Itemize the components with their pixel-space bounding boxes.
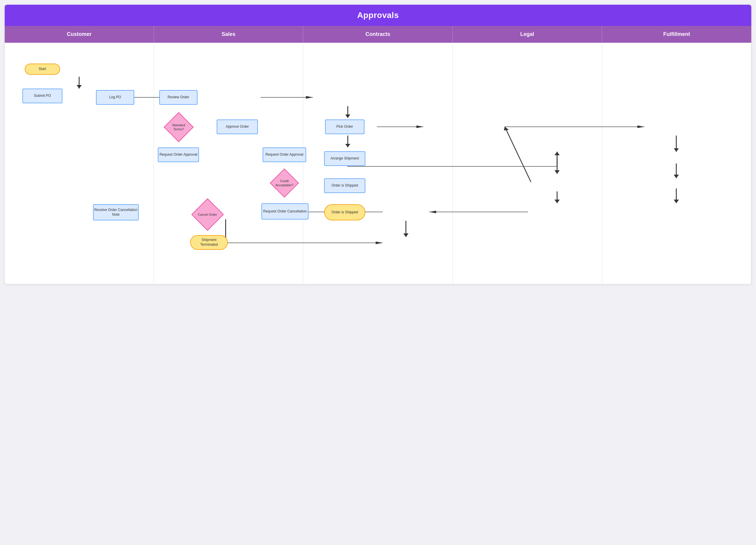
lane-header-contracts: Contracts — [303, 26, 452, 43]
request-order-approval-contracts-node: Request Order Approval — [158, 148, 199, 162]
lane-legal — [453, 43, 602, 284]
lane-header-legal: Legal — [453, 26, 602, 43]
review-order-node: Review Order — [159, 90, 198, 105]
lane-header-customer: Customer — [5, 26, 154, 43]
standard-terms-diamond: Standard Terms? — [168, 116, 190, 138]
lane-customer — [5, 43, 154, 284]
lane-header-fulfillment: Fulfillment — [602, 26, 751, 43]
arrange-shipment-node: Arrange Shipment — [324, 151, 365, 166]
swim-lanes-body: Start Submit PO Log PO Review Order Stan… — [5, 43, 751, 284]
request-order-cancellation-node: Request Order Cancellation — [261, 203, 309, 220]
lane-sales — [154, 43, 303, 284]
log-po-node: Log PO — [96, 90, 134, 105]
order-is-shipped-rect-node: Order is Shipped — [324, 178, 365, 193]
cancel-order-diamond: Cancel Order — [196, 203, 219, 226]
credit-acceptable-diamond: Credit Acceptable? — [274, 173, 295, 194]
approve-order-node: Approve Order — [217, 120, 258, 134]
lane-fulfillment — [602, 43, 751, 284]
submit-po-node: Submit PO — [22, 89, 62, 103]
order-is-shipped-oval-node: Order is Shipped — [324, 204, 365, 221]
request-order-approval-legal-node: Request Order Approval — [263, 148, 306, 162]
page-wrapper: Approvals Customer Sales Contracts Legal… — [0, 0, 756, 289]
receive-cancellation-note-node: Receive Order Cancellation Note — [93, 204, 139, 221]
pick-order-node: Pick Order — [325, 120, 364, 134]
lane-header-sales: Sales — [154, 26, 303, 43]
start-node: Start — [25, 64, 60, 75]
shipment-terminated-node: Shipment Terminated — [190, 235, 228, 250]
page-title: Approvals — [5, 5, 751, 26]
main-container: Approvals Customer Sales Contracts Legal… — [5, 5, 751, 284]
swim-lanes-header: Customer Sales Contracts Legal Fulfillme… — [5, 26, 751, 43]
